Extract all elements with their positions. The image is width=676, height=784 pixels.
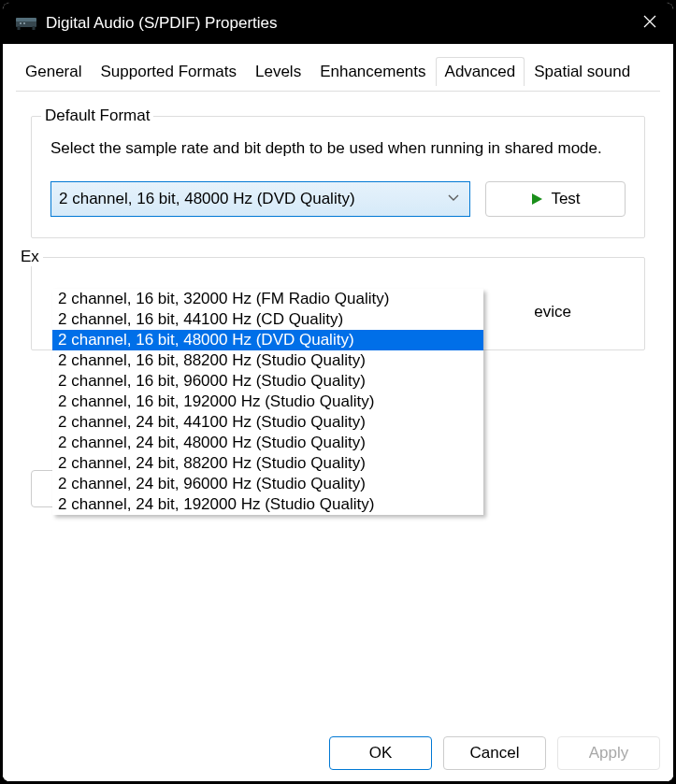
format-option-label: 2 channel, 16 bit, 192000 Hz (Studio Qua…: [58, 392, 374, 410]
apply-button: Apply: [557, 736, 660, 770]
format-selected-value: 2 channel, 16 bit, 48000 Hz (DVD Quality…: [59, 190, 355, 208]
format-option-label: 2 channel, 24 bit, 96000 Hz (Studio Qual…: [58, 475, 366, 492]
format-option[interactable]: 2 channel, 16 bit, 96000 Hz (Studio Qual…: [52, 371, 483, 392]
default-format-legend: Default Format: [41, 107, 153, 125]
format-option[interactable]: 2 channel, 16 bit, 44100 Hz (CD Quality): [52, 309, 483, 330]
tab-levels[interactable]: Levels: [246, 57, 310, 86]
format-option[interactable]: 2 channel, 24 bit, 48000 Hz (Studio Qual…: [52, 433, 483, 453]
chevron-down-icon: [447, 189, 460, 207]
format-row: 2 channel, 16 bit, 48000 Hz (DVD Quality…: [50, 181, 626, 217]
test-button[interactable]: Test: [485, 181, 626, 217]
svg-rect-2: [18, 26, 21, 30]
tab-general[interactable]: General: [16, 57, 91, 86]
format-option[interactable]: 2 channel, 24 bit, 192000 Hz (Studio Qua…: [52, 494, 483, 515]
tab-supported-formats[interactable]: Supported Formats: [91, 57, 246, 86]
tab-spatial-sound[interactable]: Spatial sound: [525, 57, 640, 86]
apply-label: Apply: [589, 744, 629, 762]
format-option-label: 2 channel, 16 bit, 32000 Hz (FM Radio Qu…: [58, 290, 389, 307]
cancel-label: Cancel: [470, 744, 520, 762]
ok-button[interactable]: OK: [329, 736, 432, 770]
tab-label: Spatial sound: [534, 63, 630, 80]
dialog-footer: OK Cancel Apply: [3, 725, 673, 781]
format-option-label: 2 channel, 16 bit, 44100 Hz (CD Quality): [58, 310, 343, 328]
test-button-label: Test: [551, 190, 580, 208]
format-option-label: 2 channel, 16 bit, 96000 Hz (Studio Qual…: [58, 372, 366, 390]
format-option[interactable]: 2 channel, 24 bit, 96000 Hz (Studio Qual…: [52, 474, 483, 494]
exclusive-mode-legend: Ex: [17, 248, 43, 266]
tab-enhancements[interactable]: Enhancements: [310, 57, 435, 86]
svg-point-5: [23, 22, 25, 24]
format-option-label: 2 channel, 24 bit, 48000 Hz (Studio Qual…: [58, 434, 366, 451]
titlebar: Digital Audio (S/PDIF) Properties: [3, 3, 673, 44]
window-title: Digital Audio (S/PDIF) Properties: [46, 14, 626, 33]
close-button[interactable]: [626, 3, 673, 44]
spdif-device-icon: [16, 16, 36, 31]
tab-advanced[interactable]: Advanced: [436, 57, 525, 86]
properties-window: Digital Audio (S/PDIF) Properties Genera…: [2, 2, 674, 782]
format-option[interactable]: 2 channel, 16 bit, 192000 Hz (Studio Qua…: [52, 392, 483, 412]
play-icon: [530, 192, 543, 206]
format-dropdown-list[interactable]: 2 channel, 16 bit, 32000 Hz (FM Radio Qu…: [52, 289, 483, 515]
client-area: General Supported Formats Levels Enhance…: [3, 44, 673, 781]
format-option[interactable]: 2 channel, 24 bit, 44100 Hz (Studio Qual…: [52, 412, 483, 433]
close-icon: [643, 15, 656, 32]
format-option-label: 2 channel, 16 bit, 88200 Hz (Studio Qual…: [58, 351, 366, 369]
tab-label: Enhancements: [320, 63, 425, 80]
svg-point-4: [20, 22, 22, 24]
format-option[interactable]: 2 channel, 16 bit, 32000 Hz (FM Radio Qu…: [52, 289, 483, 309]
cancel-button[interactable]: Cancel: [443, 736, 546, 770]
format-option[interactable]: 2 channel, 16 bit, 88200 Hz (Studio Qual…: [52, 350, 483, 371]
default-format-group: Default Format Select the sample rate an…: [31, 116, 645, 238]
tab-label: General: [25, 63, 81, 80]
format-option-label: 2 channel, 24 bit, 88200 Hz (Studio Qual…: [58, 454, 366, 472]
svg-marker-8: [532, 193, 542, 205]
svg-rect-3: [33, 26, 36, 30]
format-option-label: 2 channel, 24 bit, 192000 Hz (Studio Qua…: [58, 495, 374, 513]
tab-label: Advanced: [445, 63, 516, 80]
format-option-label: 2 channel, 16 bit, 48000 Hz (DVD Quality…: [58, 331, 354, 349]
format-option-label: 2 channel, 24 bit, 44100 Hz (Studio Qual…: [58, 413, 366, 431]
tab-bar: General Supported Formats Levels Enhance…: [3, 44, 673, 86]
format-combobox[interactable]: 2 channel, 16 bit, 48000 Hz (DVD Quality…: [50, 181, 470, 217]
default-format-description: Select the sample rate and bit depth to …: [50, 137, 626, 161]
format-option[interactable]: 2 channel, 24 bit, 88200 Hz (Studio Qual…: [52, 453, 483, 474]
tab-label: Levels: [255, 63, 301, 80]
tab-label: Supported Formats: [100, 63, 237, 80]
tab-underline: [16, 91, 660, 92]
svg-rect-1: [16, 18, 36, 21]
ok-label: OK: [369, 744, 393, 762]
format-option[interactable]: 2 channel, 16 bit, 48000 Hz (DVD Quality…: [52, 330, 483, 350]
